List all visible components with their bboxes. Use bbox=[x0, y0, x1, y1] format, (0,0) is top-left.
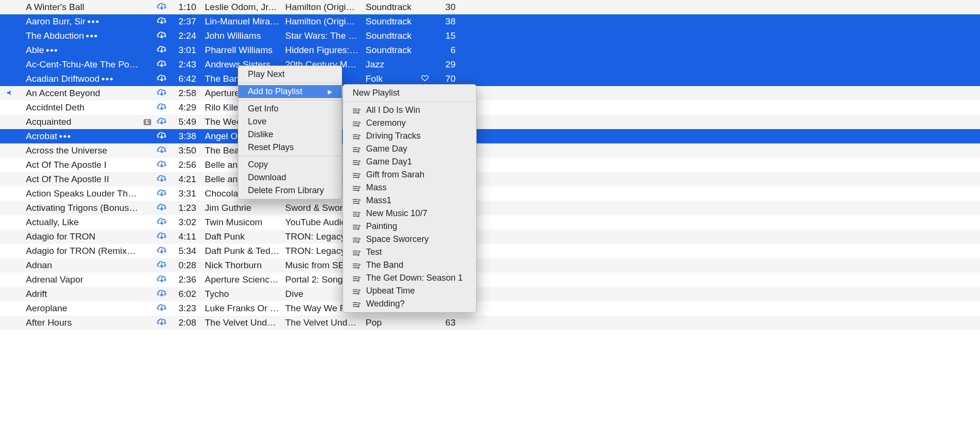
track-name[interactable]: The Abduction••• bbox=[19, 31, 143, 41]
track-genre[interactable]: Soundtrack bbox=[363, 45, 418, 55]
track-row[interactable]: Across the Universe3:50The Beatl bbox=[0, 143, 980, 158]
track-row[interactable]: Action Speaks Louder Than Wor…3:31Chocol… bbox=[0, 186, 980, 201]
more-icon[interactable]: ••• bbox=[88, 16, 100, 26]
track-artist[interactable]: Lin-Manuel Miran… bbox=[202, 16, 282, 27]
context-menu[interactable]: Play NextAdd to PlaylistGet InfoLoveDisl… bbox=[238, 66, 342, 199]
track-genre[interactable]: Jazz bbox=[363, 59, 418, 70]
track-name[interactable]: Adnan bbox=[19, 260, 143, 271]
menu-item-playlist[interactable]: New Music 10/7 bbox=[343, 207, 476, 220]
menu-item-playlist[interactable]: Mass1 bbox=[343, 194, 476, 207]
track-genre[interactable]: Soundtrack bbox=[363, 16, 418, 27]
cloud-download-icon[interactable] bbox=[156, 59, 167, 70]
track-name[interactable]: Act Of The Apostle I bbox=[19, 160, 143, 170]
add-to-playlist-submenu[interactable]: New PlaylistAll I Do Is WinCeremonyDrivi… bbox=[343, 84, 477, 313]
cloud-download-icon[interactable] bbox=[156, 74, 167, 85]
track-album[interactable]: Star Wars: The For… bbox=[282, 31, 363, 41]
track-name[interactable]: After Hours bbox=[19, 317, 143, 328]
track-name[interactable]: A Winter's Ball bbox=[19, 2, 143, 12]
track-row[interactable]: Adagio for TRON (Remixed by T…5:34Daft P… bbox=[0, 244, 980, 258]
track-row[interactable]: Act Of The Apostle I2:56Belle and bbox=[0, 158, 980, 172]
track-row[interactable]: Adagio for TRON4:11Daft PunkTRON: Legacy bbox=[0, 229, 980, 244]
track-artist[interactable]: Daft Punk bbox=[202, 231, 282, 242]
cloud-download-icon[interactable] bbox=[156, 246, 167, 257]
cloud-download-icon[interactable] bbox=[156, 2, 167, 13]
track-name[interactable]: Activating Trigons (Bonus Track) bbox=[19, 203, 143, 213]
track-album[interactable]: Hidden Figures: T… bbox=[282, 45, 363, 55]
menu-item[interactable]: Delete From Library bbox=[238, 184, 342, 197]
menu-item-playlist[interactable]: Driving Tracks bbox=[343, 130, 476, 142]
menu-item-playlist[interactable]: Space Sworcery bbox=[343, 233, 476, 246]
cloud-download-icon[interactable] bbox=[156, 231, 167, 242]
cloud-download-icon[interactable] bbox=[156, 203, 167, 214]
menu-item-add-to-playlist[interactable]: Add to Playlist bbox=[238, 85, 342, 98]
track-row[interactable]: Able•••3:01Pharrell WilliamsHidden Figur… bbox=[0, 43, 980, 57]
menu-item-new-playlist[interactable]: New Playlist bbox=[343, 87, 476, 99]
more-icon[interactable]: ••• bbox=[101, 74, 114, 84]
cloud-download-icon[interactable] bbox=[156, 217, 167, 228]
track-album[interactable]: Hamilton (Original… bbox=[282, 2, 363, 12]
cloud-download-icon[interactable] bbox=[156, 260, 167, 271]
cloud-download-icon[interactable] bbox=[156, 174, 167, 185]
menu-item[interactable]: Reset Plays bbox=[238, 141, 342, 154]
menu-item-playlist[interactable]: Wedding? bbox=[343, 297, 476, 310]
track-row[interactable]: AcquaintedE5:49The Week bbox=[0, 115, 980, 129]
menu-item-playlist[interactable]: Gift from Sarah bbox=[343, 168, 476, 181]
cloud-download-icon[interactable] bbox=[156, 188, 167, 199]
track-name[interactable]: Acrobat••• bbox=[19, 131, 143, 142]
track-artist[interactable]: Tycho bbox=[202, 289, 282, 299]
track-genre[interactable]: Pop bbox=[363, 317, 418, 328]
cloud-download-icon[interactable] bbox=[156, 145, 167, 156]
track-row[interactable]: Aeroplane3:23Luke Franks Or Th…The Way W… bbox=[0, 301, 980, 316]
track-row[interactable]: Act Of The Apostle II4:21Belle and bbox=[0, 172, 980, 186]
track-row[interactable]: Acrobat•••3:38Angel Ols bbox=[0, 129, 980, 143]
cloud-download-icon[interactable] bbox=[156, 117, 167, 128]
menu-item-playlist[interactable]: The Get Down: Season 1 bbox=[343, 272, 476, 284]
menu-item[interactable]: Dislike bbox=[238, 128, 342, 141]
track-name[interactable]: Acadian Driftwood••• bbox=[19, 74, 143, 84]
menu-item[interactable]: Play Next bbox=[238, 68, 342, 81]
cloud-download-icon[interactable] bbox=[156, 45, 167, 56]
track-row[interactable]: Adrift6:02TychoDive bbox=[0, 287, 980, 301]
menu-item-playlist[interactable]: All I Do Is Win bbox=[343, 104, 476, 117]
menu-item[interactable]: Copy bbox=[238, 158, 342, 171]
menu-item-playlist[interactable]: The Band bbox=[343, 259, 476, 272]
cloud-download-icon[interactable] bbox=[156, 303, 167, 314]
track-artist[interactable]: Jim Guthrie bbox=[202, 203, 282, 213]
track-row[interactable]: Adrenal Vapor2:36Aperture Scienc…Portal … bbox=[0, 273, 980, 287]
track-genre[interactable]: Folk bbox=[363, 74, 418, 84]
track-artist[interactable]: Pharrell Williams bbox=[202, 45, 282, 55]
track-row[interactable]: Activating Trigons (Bonus Track)1:23Jim … bbox=[0, 201, 980, 215]
menu-item-playlist[interactable]: Upbeat Time bbox=[343, 284, 476, 297]
menu-item-playlist[interactable]: Ceremony bbox=[343, 117, 476, 130]
track-name[interactable]: Aaron Burr, Sir••• bbox=[19, 16, 143, 27]
cloud-download-icon[interactable] bbox=[156, 16, 167, 27]
menu-item-playlist[interactable]: Test bbox=[343, 246, 476, 259]
cloud-download-icon[interactable] bbox=[156, 31, 167, 42]
track-artist[interactable]: Twin Musicom bbox=[202, 217, 282, 228]
cloud-download-icon[interactable] bbox=[156, 160, 167, 171]
track-row[interactable]: After Hours2:08The Velvet Under…The Velv… bbox=[0, 316, 980, 330]
track-name[interactable]: Adrift bbox=[19, 289, 143, 299]
track-name[interactable]: Aeroplane bbox=[19, 303, 143, 314]
track-album[interactable]: Hamilton (Original… bbox=[282, 16, 363, 27]
menu-item[interactable]: Love bbox=[238, 115, 342, 128]
track-artist[interactable]: Aperture Scienc… bbox=[202, 274, 282, 285]
track-name[interactable]: An Accent Beyond bbox=[19, 88, 143, 98]
track-artist[interactable]: Luke Franks Or Th… bbox=[202, 303, 282, 314]
track-artist[interactable]: Leslie Odom, Jr., L… bbox=[202, 2, 282, 12]
track-row[interactable]: A Winter's Ball1:10Leslie Odom, Jr., L…H… bbox=[0, 0, 980, 14]
more-icon[interactable]: ••• bbox=[46, 45, 58, 55]
track-album[interactable]: The Velvet Under… bbox=[282, 317, 363, 328]
track-genre[interactable]: Soundtrack bbox=[363, 2, 418, 12]
menu-item[interactable]: Get Info bbox=[238, 102, 342, 115]
track-name[interactable]: Acquainted bbox=[19, 117, 143, 127]
track-name[interactable]: Ac-Cent-Tchu-Ate The Posi…••• bbox=[19, 59, 143, 70]
track-name[interactable]: Accidntel Deth bbox=[19, 102, 143, 113]
menu-item-playlist[interactable]: Mass bbox=[343, 181, 476, 194]
menu-item-playlist[interactable]: Game Day bbox=[343, 142, 476, 155]
cloud-download-icon[interactable] bbox=[156, 317, 167, 328]
track-name[interactable]: Able••• bbox=[19, 45, 143, 55]
track-row[interactable]: Actually, Like3:02Twin MusicomYouTube Au… bbox=[0, 215, 980, 229]
cloud-download-icon[interactable] bbox=[156, 102, 167, 113]
track-name[interactable]: Across the Universe bbox=[19, 145, 143, 156]
